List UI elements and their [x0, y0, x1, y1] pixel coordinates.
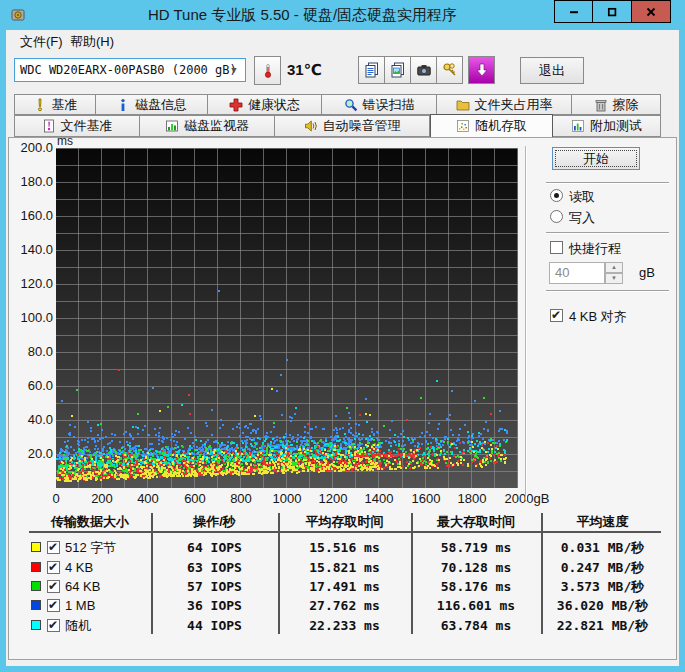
temperature-value: 31℃ [287, 61, 322, 79]
tab-extra-tests[interactable]: 附加测试 [553, 115, 661, 137]
col-header-max-access: 最大存取时间 [411, 513, 541, 531]
screenshot-button[interactable] [410, 56, 437, 84]
exit-button[interactable]: 退出 [520, 57, 584, 84]
drive-select[interactable]: WDC WD20EARX-00PASB0 (2000 gB) ▼ [14, 58, 246, 82]
update-button[interactable] [468, 56, 495, 84]
random-access-panel: ms 200.0 180.0 160.0 140.0 120.0 100.0 8… [8, 137, 677, 660]
copy-image-icon [390, 62, 406, 78]
series-color-swatch [31, 600, 41, 610]
options-button[interactable] [436, 56, 463, 84]
tab-label: 磁盘监视器 [184, 117, 249, 135]
tab-auto-acoustic[interactable]: 自动噪音管理 [275, 115, 430, 137]
series-checkbox[interactable] [47, 561, 60, 574]
table-row: 4 KB 63 IOPS 15.821 ms 70.128 ms 0.247 M… [9, 559, 676, 577]
x-tick: 0 [31, 491, 81, 506]
tab-disk-info[interactable]: 磁盘信息 [96, 94, 208, 115]
spin-up-icon[interactable]: ▲ [605, 262, 623, 273]
info-icon [116, 98, 130, 112]
y-tick: 140.0 [9, 242, 53, 257]
y-tick: 40.0 [9, 412, 53, 427]
close-icon [646, 7, 656, 17]
y-tick: 20.0 [9, 446, 53, 461]
tab-disk-monitor[interactable]: 磁盘监视器 [140, 115, 275, 137]
tab-label: 文件夹占用率 [475, 96, 553, 114]
drive-select-value: WDC WD20EARX-00PASB0 (2000 gB) [20, 63, 237, 77]
y-tick: 200.0 [9, 140, 53, 155]
file-benchmark-icon [42, 119, 56, 133]
speed-value: 3.573 MB/秒 [541, 578, 664, 596]
y-tick: 60.0 [9, 378, 53, 393]
close-button[interactable] [632, 0, 671, 23]
tab-health[interactable]: 健康状态 [208, 94, 322, 115]
speed-value: 0.247 MB/秒 [541, 559, 664, 577]
x-tick: 400 [123, 491, 173, 506]
series-checkbox[interactable] [47, 619, 60, 632]
copy-text-button[interactable] [358, 56, 385, 84]
read-radio[interactable] [550, 189, 563, 202]
caption-buttons [554, 0, 671, 23]
folder-icon [456, 98, 470, 112]
x-tick-end: 2000gB [498, 491, 556, 506]
speaker-icon [304, 119, 318, 133]
hd-tune-app-icon [10, 7, 26, 23]
tab-folder-usage[interactable]: 文件夹占用率 [437, 94, 572, 115]
short-stroke-label[interactable]: 快捷行程 [569, 240, 621, 258]
thermometer-icon [260, 63, 276, 79]
tab-label: 磁盘信息 [135, 96, 187, 114]
short-stroke-checkbox[interactable] [550, 241, 563, 254]
maximize-button[interactable] [593, 0, 632, 23]
series-checkbox[interactable] [47, 599, 60, 612]
ops-value: 63 IOPS [151, 559, 278, 577]
write-radio[interactable] [550, 210, 563, 223]
tab-benchmark[interactable]: 基准 [14, 94, 96, 115]
trash-icon [594, 98, 608, 112]
temperature-button[interactable] [254, 56, 281, 85]
max-value: 58.176 ms [411, 578, 541, 596]
keys-icon [442, 62, 458, 78]
ops-value: 57 IOPS [151, 578, 278, 596]
extra-tests-icon [571, 119, 585, 133]
tab-label: 错误扫描 [363, 96, 415, 114]
tab-label: 文件基准 [61, 117, 113, 135]
x-tick: 1400 [354, 491, 404, 506]
series-checkbox[interactable] [47, 580, 60, 593]
x-tick: 1800 [447, 491, 497, 506]
tab-erase[interactable]: 擦除 [572, 94, 661, 115]
menu-help[interactable]: 帮助(H) [62, 30, 122, 54]
x-tick: 800 [216, 491, 266, 506]
tab-error-scan[interactable]: 错误扫描 [322, 94, 437, 115]
x-tick: 1000 [262, 491, 312, 506]
minimize-button[interactable] [554, 0, 593, 23]
series-checkbox[interactable] [47, 541, 60, 554]
series-color-swatch [31, 620, 41, 630]
read-label[interactable]: 读取 [569, 188, 595, 206]
y-tick: 80.0 [9, 344, 53, 359]
tab-random-access[interactable]: 随机存取 [430, 114, 553, 137]
y-axis-unit-label: ms [57, 134, 73, 148]
max-value: 58.719 ms [411, 539, 541, 557]
menubar: 文件(F) 帮助(H) [6, 30, 679, 54]
series-color-swatch [31, 581, 41, 591]
tab-label: 随机存取 [475, 117, 527, 135]
y-tick: 120.0 [9, 276, 53, 291]
series-color-swatch [31, 542, 41, 552]
start-button[interactable]: 开始 [552, 147, 640, 170]
series-label: 512 字节 [65, 539, 116, 557]
short-stroke-input[interactable]: 40 [549, 262, 605, 284]
avg-value: 15.821 ms [278, 559, 411, 577]
write-label[interactable]: 写入 [569, 209, 595, 227]
copy-image-button[interactable] [384, 56, 411, 84]
align-4kb-label[interactable]: 4 KB 对齐 [569, 308, 627, 326]
maximize-icon [607, 7, 617, 17]
short-stroke-stepper[interactable]: ▲ ▼ [605, 262, 623, 284]
x-tick: 1600 [401, 491, 451, 506]
chevron-down-icon: ▼ [225, 60, 243, 80]
copy-text-icon [364, 62, 380, 78]
scatter-icon [456, 119, 470, 133]
spin-down-icon[interactable]: ▼ [605, 273, 623, 284]
align-4kb-checkbox[interactable] [550, 309, 563, 322]
ops-value: 64 IOPS [151, 539, 278, 557]
tab-label: 基准 [52, 96, 78, 114]
tab-file-benchmark[interactable]: 文件基准 [14, 115, 140, 137]
separator [546, 182, 669, 184]
